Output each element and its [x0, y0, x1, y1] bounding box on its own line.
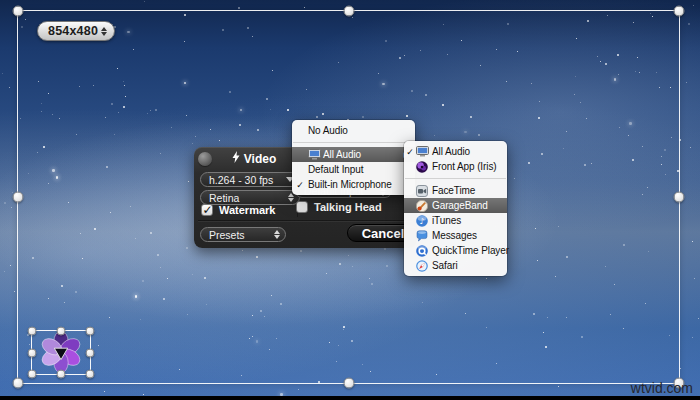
selection-handle[interactable] [343, 378, 354, 389]
itunes-icon: ♪ [416, 215, 432, 227]
talking-head-label: Talking Head [314, 201, 382, 213]
aperture-watermark-icon [35, 331, 87, 373]
selection-handle[interactable] [86, 370, 95, 379]
star [144, 1, 145, 2]
svg-text:♪: ♪ [419, 217, 424, 226]
star [686, 82, 687, 83]
star [238, 7, 240, 9]
star [680, 368, 681, 369]
selection-handle[interactable] [86, 327, 95, 336]
menu-item-label: No Audio [308, 125, 348, 136]
lightning-bolt-icon [232, 151, 240, 166]
menu-item-all-audio[interactable]: All Audio▶ [292, 147, 415, 162]
selection-handle[interactable] [86, 348, 95, 357]
star [2, 73, 3, 74]
selection-handle[interactable] [57, 327, 66, 336]
panel-title: Video [214, 151, 294, 166]
star [694, 278, 695, 279]
star [698, 318, 699, 319]
selection-handle[interactable] [674, 6, 685, 17]
screen-bottom-edge [0, 396, 700, 400]
display-icon [416, 146, 432, 157]
menu-item-no-audio[interactable]: No Audio [292, 123, 415, 138]
safari-icon [416, 260, 432, 272]
star [690, 147, 691, 148]
selection-handle[interactable] [28, 327, 37, 336]
menu-item-front-app-iris[interactable]: Front App (Iris) [404, 159, 507, 174]
resolution-value: Retina [209, 192, 239, 204]
checkmark-icon: ✓ [404, 147, 416, 157]
star [558, 386, 559, 387]
talking-head-checkbox[interactable] [296, 201, 308, 213]
menu-separator [293, 142, 414, 143]
watermark-label: Watermark [219, 204, 275, 216]
menu-item-label: Messages [432, 230, 477, 241]
iris-icon [416, 161, 432, 173]
menu-item-safari[interactable]: Safari [404, 258, 507, 273]
record-indicator [198, 152, 212, 166]
watermark-selection-box[interactable] [31, 330, 91, 375]
desktop: 854x480 Video h.264 - 30 fps Retina Wate… [0, 0, 700, 400]
watermark-text: wtvid.com [631, 380, 693, 396]
selection-handle[interactable] [674, 192, 685, 203]
star [10, 265, 11, 266]
star [4, 271, 5, 272]
menu-item-label: Default Input [308, 164, 363, 175]
menu-item-label: GarageBand [432, 200, 488, 211]
facetime-icon [416, 185, 432, 197]
selection-handle[interactable] [343, 6, 354, 17]
codec-value: h.264 - 30 fps [209, 174, 273, 186]
size-badge-value: 854x480 [48, 24, 98, 38]
star [4, 202, 6, 204]
presets-dropdown[interactable]: Presets [200, 227, 286, 242]
menu-item-quicktime-player[interactable]: QuickTime Player [404, 243, 507, 258]
stepper-icon [288, 193, 294, 202]
menu-item-label: Safari [432, 260, 458, 271]
quicktime-icon [416, 245, 432, 257]
watermark-checkbox-row: Watermark [201, 203, 275, 217]
selection-handle[interactable] [57, 370, 66, 379]
menu-separator [405, 178, 506, 179]
selection-handle[interactable] [13, 6, 24, 17]
size-badge[interactable]: 854x480 [37, 21, 115, 41]
menu-item-default-input[interactable]: Default Input [292, 162, 415, 177]
selection-handle[interactable] [28, 370, 37, 379]
menu-item-garageband[interactable]: GarageBand [404, 198, 507, 213]
selection-handle[interactable] [28, 348, 37, 357]
star [298, 389, 299, 390]
star [9, 87, 10, 88]
stepper-icon [274, 230, 280, 239]
checkmark-icon: ✓ [292, 180, 308, 190]
menu-item-messages[interactable]: Messages [404, 228, 507, 243]
panel-title-label: Video [244, 152, 276, 166]
selection-handle[interactable] [13, 192, 24, 203]
garageband-icon [416, 200, 432, 212]
menu-item-label: Built-in Microphone [308, 179, 392, 190]
menu-item-label: All Audio [432, 146, 470, 157]
menu-item-built-in-microphone[interactable]: ✓Built-in Microphone [292, 177, 415, 192]
menu-item-facetime[interactable]: FaceTime [404, 183, 507, 198]
star [304, 7, 305, 8]
messages-icon [416, 230, 432, 242]
star [693, 5, 694, 6]
selection-handle[interactable] [13, 378, 24, 389]
presets-label: Presets [209, 229, 245, 241]
star [143, 394, 144, 395]
watermark-checkbox[interactable] [201, 204, 213, 216]
star [104, 391, 105, 392]
menu-item-label: All Audio [323, 149, 361, 160]
menu-item-label: iTunes [432, 215, 461, 226]
stepper-icon [101, 27, 107, 36]
star [692, 337, 693, 338]
menu-item-itunes[interactable]: ♪iTunes [404, 213, 507, 228]
talking-head-checkbox-row: Talking Head [296, 200, 382, 214]
menu-item-label: Front App (Iris) [432, 161, 497, 172]
display-icon [308, 149, 323, 160]
audio-app-submenu: ✓All AudioFront App (Iris)FaceTimeGarage… [404, 141, 507, 276]
star [14, 291, 15, 292]
menu-item-all-audio[interactable]: ✓All Audio [404, 144, 507, 159]
star [692, 241, 693, 242]
menu-item-label: FaceTime [432, 185, 475, 196]
codec-dropdown[interactable]: h.264 - 30 fps [200, 172, 300, 187]
star [11, 207, 12, 208]
